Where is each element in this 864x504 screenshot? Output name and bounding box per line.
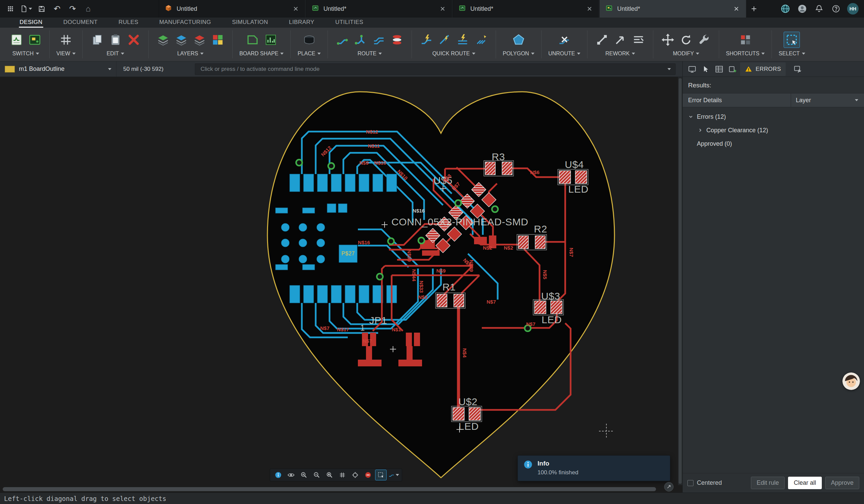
clear-all-button[interactable]: Clear all — [788, 477, 822, 489]
group-layers-dropdown[interactable]: LAYERS — [177, 51, 204, 57]
route-stack-icon[interactable] — [389, 32, 405, 48]
move-icon[interactable] — [660, 32, 676, 48]
group-shortcuts-dropdown[interactable]: SHORTCUTS — [726, 51, 765, 57]
group-select-dropdown[interactable]: SELECT — [779, 51, 805, 57]
panel-board-add-icon[interactable] — [727, 63, 739, 75]
account-person-icon[interactable] — [796, 3, 808, 14]
group-modify-dropdown[interactable]: MODIFY — [673, 51, 699, 57]
menu-library[interactable]: LIBRARY — [288, 17, 315, 28]
undo-icon[interactable]: ↶ — [51, 2, 63, 15]
group-quick-route-dropdown[interactable]: QUICK ROUTE — [432, 51, 475, 57]
layers-blue-icon[interactable] — [173, 32, 189, 48]
group-rework-dropdown[interactable]: REWORK — [605, 51, 635, 57]
new-document-icon[interactable] — [20, 2, 33, 15]
quick-route-icon[interactable] — [419, 32, 434, 48]
help-icon[interactable] — [830, 3, 842, 14]
chevron-right-icon[interactable] — [697, 128, 704, 133]
grid-toggle-icon[interactable] — [337, 470, 348, 480]
approve-button[interactable]: Approve — [825, 477, 859, 489]
vertical-scrollbar-thumb[interactable] — [679, 78, 682, 484]
rework-arrow-icon[interactable] — [612, 32, 628, 48]
select-box-icon[interactable] — [784, 32, 800, 48]
column-error-details[interactable]: Error Details — [683, 94, 791, 107]
group-route-dropdown[interactable]: ROUTE — [358, 51, 382, 57]
zoom-fit-icon[interactable] — [324, 470, 335, 480]
zoom-out-icon[interactable] — [311, 470, 322, 480]
switch-schematic-icon[interactable] — [9, 32, 24, 48]
route-multi-icon[interactable] — [371, 32, 387, 48]
group-edit-dropdown[interactable]: EDIT — [107, 51, 124, 57]
tab-close-icon[interactable] — [732, 5, 741, 13]
menu-rules[interactable]: RULES — [118, 17, 139, 28]
column-layer[interactable]: Layer — [791, 94, 849, 107]
apps-grid-icon[interactable] — [4, 2, 17, 15]
user-avatar[interactable]: HH — [847, 3, 859, 14]
layers-green-icon[interactable] — [155, 32, 171, 48]
panel-board-tools-icon[interactable] — [792, 63, 804, 75]
collaborator-avatar[interactable] — [842, 372, 860, 390]
wrench-icon[interactable] — [697, 32, 712, 48]
notifications-bell-icon[interactable] — [813, 3, 825, 14]
group-board-shape-dropdown[interactable]: BOARD SHAPE — [239, 51, 284, 57]
view-grid-icon[interactable] — [58, 32, 74, 48]
quick-route-bus-icon[interactable] — [473, 32, 489, 48]
layer-select-dropdown[interactable]: m1 BoardOutline — [0, 61, 117, 77]
board-outline-icon[interactable] — [245, 32, 260, 48]
remove-mode-icon[interactable] — [363, 470, 373, 480]
route-net-icon[interactable] — [353, 32, 368, 48]
layer-settings-grid-icon[interactable] — [210, 32, 226, 48]
board-stats-icon[interactable] — [263, 32, 278, 48]
tab-close-icon[interactable] — [439, 5, 447, 13]
menu-document[interactable]: DOCUMENT — [63, 17, 98, 28]
paste-icon[interactable] — [108, 32, 123, 48]
horizontal-scrollbar[interactable] — [3, 487, 663, 491]
rotate-icon[interactable] — [678, 32, 694, 48]
group-switch-dropdown[interactable]: SWITCH — [12, 51, 39, 57]
home-icon[interactable]: ⌂ — [82, 2, 95, 15]
tree-row-errors[interactable]: Errors (12) — [683, 110, 864, 123]
command-history-caret-icon[interactable] — [668, 68, 671, 70]
tab-close-icon[interactable] — [586, 5, 593, 13]
quick-route-line-icon[interactable] — [437, 32, 453, 48]
centered-checkbox[interactable] — [687, 480, 694, 486]
visibility-eye-icon[interactable] — [286, 470, 297, 480]
extensions-globe-icon[interactable] — [780, 3, 791, 14]
tab-untitled-1[interactable]: Untitled — [159, 0, 305, 17]
menu-manufacturing[interactable]: MANUFACTURING — [159, 17, 212, 28]
zoom-in-icon[interactable] — [299, 470, 309, 480]
group-polygon-dropdown[interactable]: POLYGON — [503, 51, 535, 57]
rework-line-icon[interactable] — [594, 32, 610, 48]
new-tab-plus-icon[interactable] — [746, 0, 762, 17]
rework-align-icon[interactable] — [631, 32, 646, 48]
menu-simulation[interactable]: SIMULATION — [231, 17, 269, 28]
panel-board-monitor-icon[interactable] — [686, 63, 698, 75]
copy-icon[interactable] — [89, 32, 105, 48]
layers-red-icon[interactable] — [192, 32, 207, 48]
command-line-input[interactable] — [195, 63, 676, 75]
tab-untitled-4-active[interactable]: Untitled* — [599, 0, 746, 17]
polygon-icon[interactable] — [511, 32, 526, 48]
trace-appearance-icon[interactable] — [388, 470, 399, 480]
chevron-down-icon[interactable] — [687, 114, 694, 119]
menu-utilities[interactable]: UTILITIES — [335, 17, 364, 28]
group-unroute-dropdown[interactable]: UNROUTE — [548, 51, 580, 57]
marquee-select-icon[interactable] — [375, 470, 386, 480]
tab-close-icon[interactable] — [292, 5, 300, 13]
save-icon[interactable] — [35, 2, 48, 15]
tree-row-approved[interactable]: Approved (0) — [683, 137, 864, 150]
shortcuts-icon[interactable] — [738, 32, 753, 48]
panel-tab-errors[interactable]: ERRORS — [740, 62, 786, 76]
vertical-scrollbar[interactable] — [678, 77, 682, 485]
edit-rule-button[interactable]: Edit rule — [751, 477, 785, 489]
origin-target-icon[interactable] — [350, 470, 361, 480]
board-canvas[interactable]: R3U$4LEDU$5CONN_05X2-PINHEAD-SMDR2R1U$3L… — [0, 77, 682, 493]
route-single-icon[interactable] — [335, 32, 350, 48]
tab-untitled-3[interactable]: Untitled* — [453, 0, 599, 17]
tab-untitled-2[interactable]: Untitled* — [305, 0, 453, 17]
pan-navigate-icon[interactable] — [664, 482, 674, 492]
info-icon[interactable] — [273, 470, 284, 480]
redo-icon[interactable]: ↷ — [66, 2, 79, 15]
menu-design[interactable]: DESIGN — [19, 17, 43, 28]
place-puck-icon[interactable] — [301, 32, 317, 48]
group-place-dropdown[interactable]: PLACE — [298, 51, 321, 57]
